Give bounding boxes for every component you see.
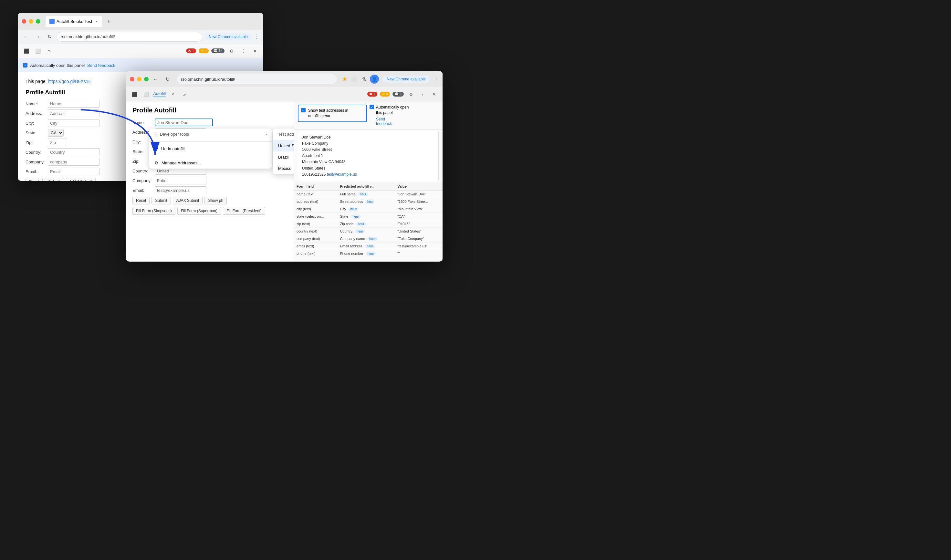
input-city[interactable] (48, 119, 100, 127)
traffic-light-red[interactable] (22, 19, 26, 23)
extension-icon[interactable]: ⬜ (351, 76, 358, 82)
input-zip[interactable] (48, 138, 67, 146)
tab-bar-back: Autofill Smoke Test × + (46, 16, 259, 27)
auto-open-bar-back: ✓ Automatically open this panel Send fee… (18, 58, 263, 72)
devtools-warning-badge-front: ⚠ 4 (380, 92, 390, 97)
devtools-more-btn[interactable]: » (45, 46, 54, 55)
fill-simpsons-btn-front[interactable]: Fill Form (Simpsons) (132, 207, 175, 215)
devtools-close-btn[interactable]: ✕ (250, 46, 259, 55)
address-country: United States (302, 165, 434, 171)
submit-btn-back[interactable]: Submit (45, 178, 64, 181)
traffic-light-red-front[interactable] (130, 77, 134, 82)
tab-new-back[interactable]: + (105, 18, 112, 25)
country-item-us[interactable]: United States (273, 140, 294, 151)
ajax-submit-btn-front[interactable]: AJAX Submit (173, 197, 203, 205)
nav-back-btn[interactable]: ← (22, 32, 31, 42)
value-zip: "94043" (395, 220, 443, 228)
table-row: zip (text) Zip code heur "94043" (294, 220, 443, 228)
input-company[interactable] (48, 158, 100, 166)
profile-avatar[interactable]: 👤 (370, 75, 379, 84)
chrome-available-front[interactable]: New Chrome available (383, 75, 429, 83)
input-country[interactable] (48, 148, 100, 156)
manage-icon: ⚙ (154, 160, 158, 165)
tab-back[interactable]: Autofill Smoke Test × (46, 16, 102, 27)
fill-superman-btn-front[interactable]: Fill Form (Superman) (177, 207, 221, 215)
autofill-tab-front[interactable]: Autofill (153, 91, 166, 97)
address-bar-front[interactable]: rsolomakhin.github.io/autofill/ (177, 74, 337, 84)
input-name-front[interactable] (155, 118, 213, 126)
nav-reload-btn-front[interactable]: ↻ (163, 75, 172, 84)
country-item-mexico[interactable]: Mexico (273, 163, 294, 174)
col-predicted: Predicted autofill v... (337, 183, 395, 191)
devtools-menu-btn[interactable]: ⋮ (239, 46, 248, 55)
devtools-select-btn-front[interactable]: ⬛ (130, 90, 139, 99)
autofill-item-undo[interactable]: ↩ Undo autofill (149, 143, 272, 154)
traffic-light-yellow-front[interactable] (137, 77, 142, 82)
devtools-settings-btn-front[interactable]: ⚙ (406, 90, 415, 99)
label-company-front: Company: (132, 178, 154, 183)
show-test-checkbox[interactable]: ✓ (301, 108, 306, 112)
traffic-light-yellow[interactable] (29, 19, 33, 23)
show-test-inner: ✓ Show test addresses inautofill menu (298, 105, 367, 122)
select-state[interactable]: CA (48, 129, 64, 137)
devtools-more-btn-front[interactable]: » (180, 90, 189, 99)
input-name[interactable] (48, 100, 100, 108)
browser-toolbar-front: ← ↻ rsolomakhin.github.io/autofill/ ★ ⬜ … (126, 71, 443, 87)
fill-president-btn-front[interactable]: Fill Form (President) (223, 207, 265, 215)
fill-buttons-front: Fill Form (Simpsons) Fill Form (Superman… (132, 207, 287, 215)
predicted-address: Street address heu (337, 198, 395, 205)
input-address[interactable] (48, 109, 100, 117)
table-row: state (select-on... State heur "CA" (294, 212, 443, 220)
nav-reload-btn[interactable]: ↻ (45, 32, 54, 42)
label-email: Email: (26, 169, 46, 174)
nav-forward-btn[interactable]: → (33, 32, 42, 42)
labs-icon[interactable]: ⚗ (362, 76, 366, 82)
chrome-available-back[interactable]: New Chrome available (205, 33, 252, 40)
submit-btn-front[interactable]: Submit (151, 197, 171, 205)
table-row: phone (text) Phone number heur "" (294, 250, 443, 257)
send-feedback-link-front[interactable]: Sendfeedback (376, 117, 439, 126)
autofill-item-manage[interactable]: ⚙ Manage Addresses... (149, 157, 272, 169)
input-email[interactable] (48, 168, 100, 175)
address-bar-back[interactable]: rsolomakhin.github.io/autofill/ (57, 32, 202, 42)
table-row: name (text) Full name heur "Jon Stewart … (294, 190, 443, 198)
devtools-menu-btn-front[interactable]: ⋮ (418, 90, 427, 99)
autofill-table: Form field Predicted autofill v... Value… (294, 183, 443, 257)
input-company-front[interactable] (155, 177, 206, 185)
auto-open-checkbox-front[interactable]: ✓ (369, 105, 374, 109)
devtools-select-btn[interactable]: ⬛ (22, 46, 31, 55)
send-feedback-link-back[interactable]: Send feedback (87, 63, 115, 68)
traffic-light-green-front[interactable] (144, 77, 149, 82)
star-icon[interactable]: ★ (342, 75, 347, 83)
country-item-brazil[interactable]: Brazil (273, 151, 294, 163)
tab-favicon-back (49, 19, 55, 24)
field-city: city (text) (294, 205, 337, 212)
autofill-dropdown-label: Developer tools (160, 132, 189, 137)
input-email-front[interactable] (155, 186, 206, 194)
heur-badge: heur (365, 244, 375, 248)
auto-open-checkbox-back[interactable]: ✓ (23, 63, 28, 68)
page-link[interactable]: https://goo.gl/B6Xs1E (48, 79, 91, 84)
tab-close-back[interactable]: × (94, 19, 98, 23)
menu-icon-back[interactable]: ⋮ (254, 34, 259, 40)
devtools-message-badge-front: 💬 1 (392, 92, 404, 97)
address-email-link[interactable]: test@example.us (327, 172, 357, 177)
table-row: city (text) City heur "Mountain View" (294, 205, 443, 212)
devtools-device-btn-front[interactable]: ⬜ (142, 90, 151, 99)
front-split-area: Profile Autofill Name: Address: City: St… (126, 102, 443, 262)
address-apt: Apartment 1 (302, 153, 434, 159)
devtools-close-btn-front[interactable]: ✕ (429, 90, 439, 99)
devtools-device-btn[interactable]: ⬜ (33, 46, 42, 55)
reset-btn-back[interactable]: Reset (26, 178, 43, 181)
address-phone-email: 16019521325 test@example.us (302, 171, 434, 178)
close-autofill-tab[interactable]: × (168, 90, 177, 99)
nav-back-btn-front[interactable]: ← (151, 75, 160, 84)
predicted-state: State heur (337, 212, 395, 220)
devtools-settings-btn[interactable]: ⚙ (227, 46, 236, 55)
autofill-divider-1 (149, 142, 272, 142)
show-phone-btn-front[interactable]: Show ph (205, 197, 227, 205)
reset-btn-front[interactable]: Reset (132, 197, 149, 205)
menu-icon-front[interactable]: ⋮ (434, 76, 439, 82)
ajax-submit-btn-back[interactable]: AJAX Submit (66, 178, 96, 181)
traffic-light-green[interactable] (36, 19, 40, 23)
